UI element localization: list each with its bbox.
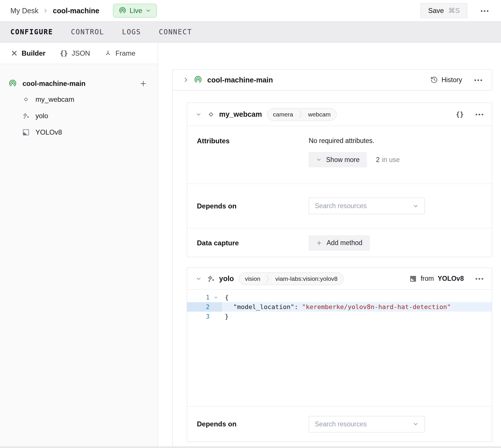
collapse-chevron-icon[interactable] [195, 276, 202, 282]
sidebar-item-yolov8-module[interactable]: YOLOv8 [0, 124, 158, 140]
mode-builder[interactable]: Builder [11, 49, 46, 57]
code-key: "model_location" [233, 303, 294, 310]
service-overflow-menu[interactable]: ••• [475, 276, 484, 282]
history-icon [430, 76, 438, 84]
edit-json-icon[interactable]: {} [456, 111, 464, 118]
line-number: 1 [187, 294, 210, 301]
service-name: yolo [219, 274, 234, 283]
main-nav-tabs: CONFIGURE CONTROL LOGS CONNECT [0, 22, 501, 43]
save-shortcut-hint: ⌘S [448, 7, 460, 15]
vision-sparkles-icon [22, 112, 30, 120]
chevron-down-icon [316, 157, 322, 163]
machine-part-title: cool-machine-main [207, 76, 273, 84]
breadcrumb-chevron-icon [42, 7, 49, 14]
code-text: } [225, 313, 229, 320]
fold-chevron-icon[interactable] [210, 295, 222, 300]
breadcrumb-root[interactable]: My Desk [10, 7, 38, 15]
service-card-yolo: yolo vision viam-labs:vision:yolov8 from… [187, 268, 492, 442]
attributes-in-use: 2in use [376, 156, 400, 164]
from-module-name: YOLOv8 [438, 275, 464, 283]
configure-sidebar: Builder {} JSON Frame cool-mach [0, 43, 158, 448]
topbar-overflow-menu[interactable]: ••• [481, 8, 489, 14]
attributes-section: Attributes No required attributes. Show … [187, 126, 492, 184]
mode-builder-label: Builder [22, 49, 46, 57]
breadcrumb-machine-name: cool-machine [53, 7, 99, 15]
sidebar-item-label: YOLOv8 [35, 128, 62, 136]
tab-configure[interactable]: CONFIGURE [10, 28, 53, 36]
show-more-button[interactable]: Show more [309, 152, 367, 167]
component-type: camera [267, 111, 299, 118]
code-text: { [225, 294, 229, 301]
code-line-highlighted: 2 "model_location": "keremberke/yolov8n-… [187, 302, 492, 312]
data-capture-section: Data capture Add method [187, 228, 492, 257]
add-method-button[interactable]: Add method [309, 236, 370, 251]
code-line: 1 { [187, 293, 492, 302]
in-use-count: 2 [376, 156, 380, 163]
service-type-pill: vision viam-labs:vision:yolov8 [239, 272, 344, 285]
pill-divider-icon [299, 108, 302, 121]
chevron-down-icon [413, 421, 419, 427]
broadcast-icon [119, 7, 126, 14]
depends-on-placeholder: Search resources [315, 420, 367, 428]
live-status-label: Live [129, 7, 142, 15]
frame-axes-icon [104, 50, 112, 57]
code-string-value: "keremberke/yolov8n-hard-hat-detection" [302, 303, 451, 310]
history-label: History [441, 76, 462, 84]
component-overflow-menu[interactable]: ••• [475, 111, 484, 117]
component-type-pill: camera webcam [267, 108, 337, 121]
machine-part-icon [9, 80, 17, 88]
in-use-suffix: in use [382, 156, 400, 163]
history-button[interactable]: History [430, 76, 462, 84]
json-braces-icon: {} [60, 50, 68, 57]
part-overflow-menu[interactable]: ••• [474, 77, 483, 83]
attributes-label: Attributes [197, 137, 309, 145]
mode-frame[interactable]: Frame [104, 49, 135, 57]
builder-tools-icon [11, 50, 18, 57]
service-type: vision [239, 275, 266, 282]
camera-component-icon [207, 110, 215, 118]
collapse-chevron-icon[interactable] [195, 111, 202, 118]
chevron-down-icon [413, 203, 419, 209]
line-number: 2 [187, 304, 210, 310]
save-button-label: Save [428, 7, 444, 15]
next-card-edge [0, 446, 501, 448]
tab-connect[interactable]: CONNECT [159, 28, 192, 36]
camera-component-icon [22, 96, 30, 103]
chevron-right-icon[interactable] [182, 76, 189, 83]
view-mode-switcher: Builder {} JSON Frame [0, 43, 158, 64]
machine-part-icon [194, 76, 202, 84]
attributes-json-editor[interactable]: 1 { 2 "model_location": "keremberke/yolo… [187, 290, 492, 406]
mode-json-label: JSON [71, 49, 90, 57]
from-module-link[interactable]: from YOLOv8 [409, 275, 464, 283]
mode-json[interactable]: {} JSON [60, 49, 90, 57]
top-bar: My Desk cool-machine Live Save ⌘S ••• [0, 0, 501, 22]
depends-on-label: Depends on [197, 420, 309, 428]
tree-root-machine-part[interactable]: cool-machine-main [0, 76, 158, 91]
component-model: webcam [302, 111, 336, 118]
module-icon [22, 129, 30, 136]
depends-on-select[interactable]: Search resources [309, 198, 425, 214]
sidebar-item-my-webcam[interactable]: my_webcam [0, 91, 158, 108]
chevron-down-icon [145, 8, 151, 14]
module-icon [409, 275, 417, 283]
tree-connector-line [172, 91, 173, 448]
add-method-label: Add method [327, 239, 362, 247]
sidebar-item-yolo[interactable]: yolo [0, 108, 158, 124]
sidebar-item-label: yolo [35, 112, 48, 120]
pill-divider-icon [266, 272, 270, 285]
vision-sparkles-icon [207, 275, 215, 283]
add-component-icon[interactable] [139, 80, 147, 88]
tree-root-label: cool-machine-main [22, 80, 86, 88]
depends-on-select[interactable]: Search resources [309, 416, 425, 432]
tab-logs[interactable]: LOGS [122, 28, 141, 36]
save-button[interactable]: Save ⌘S [421, 3, 467, 18]
code-separator: : [294, 303, 302, 310]
tab-control[interactable]: CONTROL [71, 28, 104, 36]
component-name: my_webcam [219, 110, 262, 118]
service-card-header: yolo vision viam-labs:vision:yolov8 from… [187, 268, 492, 290]
show-more-label: Show more [326, 156, 359, 164]
live-status-dropdown[interactable]: Live [113, 4, 157, 18]
plus-icon [316, 240, 322, 246]
component-card-header: my_webcam camera webcam {} ••• [187, 103, 492, 126]
depends-on-placeholder: Search resources [315, 202, 367, 210]
